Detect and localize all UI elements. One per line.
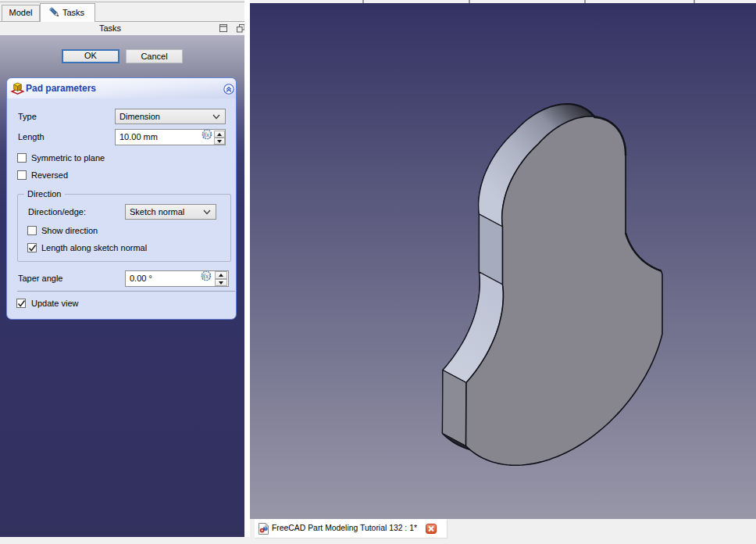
- svg-text:f(x): f(x): [202, 272, 211, 279]
- svg-text:f(x): f(x): [203, 131, 212, 138]
